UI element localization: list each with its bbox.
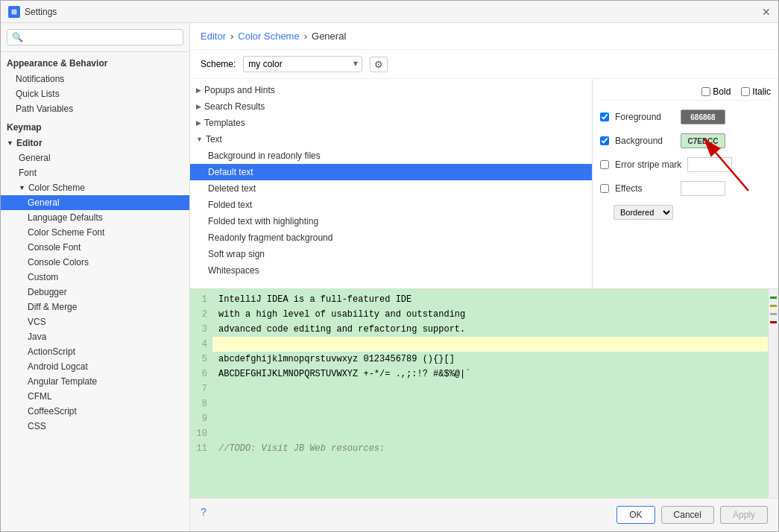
background-checkbox[interactable] [600, 136, 609, 145]
sidebar-item-language-defaults[interactable]: Language Defaults [1, 210, 189, 225]
scheme-gear-button[interactable]: ⚙ [370, 57, 388, 72]
props-panel: Bold Italic Foreground 686868 [593, 79, 778, 288]
background-row: Background C7EDCC [600, 133, 771, 148]
breadcrumb-sep2: › [304, 31, 307, 42]
line-num-1: 1 [195, 292, 207, 307]
split-area: ▶ Popups and Hints ▶ Search Results ▶ Te… [190, 79, 778, 288]
sidebar-group-editor[interactable]: ▼ Editor [1, 136, 189, 151]
cat-group-text[interactable]: ▼ Text [190, 131, 592, 148]
text-arrow-icon: ▼ [196, 136, 203, 143]
code-line-1: IntelliJ IDEA is a full-featured IDE [218, 292, 762, 307]
cat-item-deleted-text[interactable]: Deleted text [190, 180, 592, 197]
scroll-mark-yellow [770, 305, 777, 307]
cat-label-text: Text [206, 134, 222, 145]
scheme-select-wrap: my color [243, 56, 362, 72]
sidebar-item-console-colors[interactable]: Console Colors [1, 255, 189, 270]
help-icon[interactable]: ? [201, 506, 206, 524]
editor-arrow-icon: ▼ [7, 139, 13, 147]
sidebar-item-diff-merge[interactable]: Diff & Merge [1, 300, 189, 314]
ok-button[interactable]: OK [616, 506, 655, 524]
close-button[interactable]: ✕ [762, 7, 771, 17]
sidebar-item-pathvariables[interactable]: Path Variables [1, 101, 189, 116]
code-line-3: advanced code editing and refactoring su… [218, 322, 762, 337]
right-scrollbar [768, 289, 778, 498]
line-num-8: 8 [195, 396, 207, 411]
sidebar: Appearance & Behavior Notifications Quic… [1, 23, 190, 531]
sidebar-section-appearance: Appearance & Behavior [1, 55, 189, 72]
background-label: Background [615, 136, 675, 146]
editor-content: ▶ Popups and Hints ▶ Search Results ▶ Te… [190, 79, 778, 498]
nav-tree: Appearance & Behavior Notifications Quic… [1, 52, 189, 531]
sidebar-item-quicklists[interactable]: Quick Lists [1, 86, 189, 101]
error-stripe-color[interactable] [687, 157, 732, 172]
code-line-5: abcdefghijklmnopqrstuvwxyz 0123456789 ()… [218, 352, 762, 367]
sidebar-item-general[interactable]: General [1, 151, 189, 165]
categories-panel: ▶ Popups and Hints ▶ Search Results ▶ Te… [190, 79, 593, 288]
scheme-select[interactable]: my color [243, 56, 362, 72]
effects-color[interactable] [681, 181, 725, 196]
breadcrumb-sep1: › [230, 31, 233, 42]
sidebar-item-actionscript[interactable]: ActionScript [1, 344, 189, 359]
sidebar-item-css[interactable]: CSS [1, 419, 189, 434]
cat-item-bg-readonly[interactable]: Background in readonly files [190, 148, 592, 164]
cat-group-search[interactable]: ▶ Search Results [190, 98, 592, 115]
cat-item-whitespaces[interactable]: Whitespaces [190, 262, 592, 279]
sidebar-item-console-font[interactable]: Console Font [1, 240, 189, 255]
line-num-5: 5 [195, 352, 207, 367]
cancel-button[interactable]: Cancel [661, 506, 714, 524]
effects-checkbox[interactable] [600, 184, 609, 193]
foreground-swatch[interactable]: 686868 [681, 110, 725, 124]
code-line-9 [218, 411, 762, 426]
sidebar-item-java[interactable]: Java [1, 329, 189, 344]
sidebar-item-notifications[interactable]: Notifications [1, 72, 189, 86]
search-input[interactable] [7, 29, 183, 45]
code-line-11: //TODO: Visit JB Web resources: [218, 441, 762, 456]
cat-group-popups[interactable]: ▶ Popups and Hints [190, 82, 592, 98]
breadcrumb: Editor › Color Scheme › General [190, 23, 778, 50]
cat-item-readonly-fragment[interactable]: Readonly fragment background [190, 229, 592, 246]
sidebar-item-custom[interactable]: Custom [1, 270, 189, 285]
sidebar-item-angular-template[interactable]: Angular Template [1, 374, 189, 389]
colorscheme-arrow-icon: ▼ [19, 184, 25, 191]
code-line-4 [212, 337, 768, 352]
sidebar-group-colorscheme[interactable]: ▼ Color Scheme [1, 180, 189, 195]
cat-item-default-text[interactable]: Default text [190, 164, 592, 180]
error-stripe-row: Error stripe mark [600, 157, 771, 172]
line-num-6: 6 [195, 367, 207, 381]
foreground-checkbox[interactable] [600, 113, 609, 121]
bold-label: Bold [713, 86, 731, 97]
line-num-7: 7 [195, 381, 207, 396]
search-arrow-icon: ▶ [196, 103, 201, 110]
cat-item-folded-text[interactable]: Folded text [190, 197, 592, 213]
background-swatch[interactable]: C7EDCC [681, 133, 725, 148]
effects-type-select[interactable]: Bordered [614, 205, 673, 220]
preview-container: 1 2 3 4 5 6 7 8 9 10 11 [190, 288, 778, 498]
bold-check: Bold [701, 86, 731, 97]
sidebar-item-coffeescript[interactable]: CoffeeScript [1, 404, 189, 419]
title-bar-left: ⊞ Settings [8, 6, 57, 18]
sidebar-item-vcs[interactable]: VCS [1, 314, 189, 329]
sidebar-item-font[interactable]: Font [1, 165, 189, 180]
line-num-4: 4 [195, 337, 207, 352]
cat-item-folded-highlight[interactable]: Folded text with highlighting [190, 213, 592, 229]
italic-checkbox[interactable] [741, 87, 750, 96]
breadcrumb-editor[interactable]: Editor [201, 31, 226, 42]
apply-button[interactable]: Apply [720, 506, 768, 524]
sidebar-item-cfml[interactable]: CFML [1, 389, 189, 404]
code-line-8 [218, 396, 762, 411]
sidebar-item-debugger[interactable]: Debugger [1, 285, 189, 300]
sidebar-item-colorscheme-font[interactable]: Color Scheme Font [1, 225, 189, 240]
templates-arrow-icon: ▶ [196, 119, 201, 127]
line-num-10: 10 [195, 426, 207, 441]
line-numbers: 1 2 3 4 5 6 7 8 9 10 11 [190, 289, 212, 498]
error-stripe-checkbox[interactable] [600, 160, 609, 169]
sidebar-item-android-logcat[interactable]: Android Logcat [1, 359, 189, 374]
sidebar-item-general-colorscheme[interactable]: General [1, 195, 189, 210]
effects-type-row: Bordered [600, 205, 771, 220]
breadcrumb-colorscheme[interactable]: Color Scheme [238, 31, 299, 42]
sidebar-section-keymap: Keymap [1, 119, 189, 136]
cat-group-templates[interactable]: ▶ Templates [190, 115, 592, 131]
code-line-7 [218, 381, 762, 396]
cat-item-soft-wrap[interactable]: Soft wrap sign [190, 246, 592, 262]
bold-checkbox[interactable] [701, 87, 710, 96]
